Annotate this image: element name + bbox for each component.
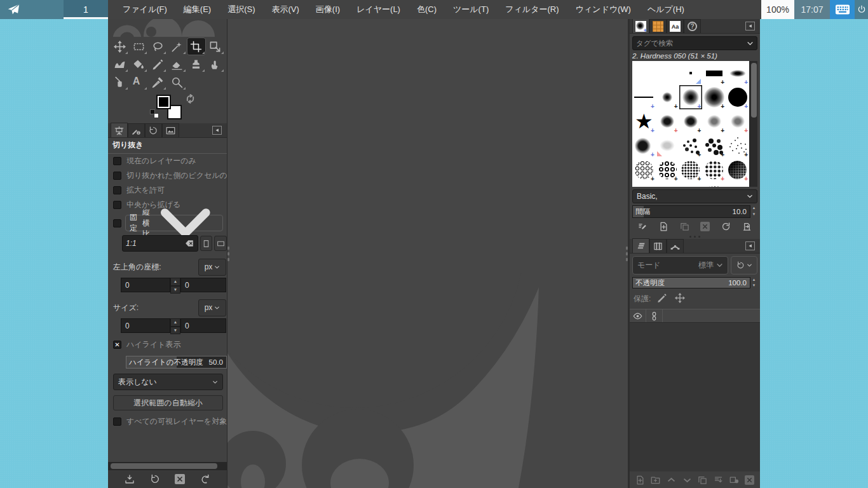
tab-brushes[interactable] [632,19,649,33]
tool-warp-transform[interactable] [110,55,129,73]
layer-opacity-slider[interactable]: 不透明度 100.0 [632,277,750,288]
shrink-merged-checkbox[interactable] [113,417,121,426]
panel-resize-grip[interactable] [227,247,229,261]
guides-dropdown[interactable]: 表示しない [113,374,223,390]
brush-cell-15[interactable]: + [726,109,749,133]
brush-cell-3[interactable] [679,61,703,85]
scrollbar-thumb[interactable] [751,63,757,118]
position-unit-dropdown[interactable]: px [198,259,226,276]
canvas[interactable] [227,19,628,488]
eye-icon[interactable] [633,311,642,321]
menu-item-2[interactable]: 編集(E) [175,4,219,15]
menu-item-6[interactable]: レイヤー(L) [348,4,409,15]
default-colors-icon[interactable] [150,109,159,118]
menu-item-3[interactable]: 選択(S) [219,4,263,15]
brush-search[interactable] [632,36,757,50]
menu-item-8[interactable]: ツール(T) [445,4,497,15]
brush-cell-22[interactable]: + [656,158,679,182]
brush-cell-28[interactable] [679,182,703,187]
reset-options-button[interactable] [198,472,212,486]
lower-layer-button[interactable] [680,473,694,487]
brush-group-dropdown[interactable]: Basic, [632,189,757,203]
brush-cell-14[interactable]: + [702,109,726,133]
position-x-input[interactable]: 0 [121,278,170,292]
tool-free-select[interactable] [148,37,167,55]
tool-bucket-fill[interactable] [129,55,148,73]
brush-cell-12[interactable]: + [656,109,679,133]
raise-layer-button[interactable] [665,473,679,487]
mode-switch-button[interactable] [731,256,757,274]
crop-option-checkbox-2[interactable] [113,172,121,180]
brush-search-input[interactable] [636,39,747,47]
brush-cell-4[interactable]: + [702,61,726,85]
new-layer-group-button[interactable] [649,473,663,487]
refresh-brushes-button[interactable] [719,219,733,233]
layer-mode-dropdown[interactable]: モード 標準 [632,256,728,274]
keyboard-layout-button[interactable] [830,0,855,19]
brush-cell-2[interactable] [656,61,679,85]
opacity-spinner[interactable]: ▲▼ [750,277,757,288]
crop-option-checkbox-3[interactable] [113,186,121,194]
swap-colors-icon[interactable] [186,94,195,104]
chain-icon[interactable] [649,311,659,321]
landscape-orientation-button[interactable] [214,236,227,251]
brush-cell-8-selected[interactable]: + [679,85,703,109]
brush-cell-1[interactable] [632,61,656,85]
menu-item-9[interactable]: フィルター(R) [497,4,567,15]
brushes-dock-menu-button[interactable] [745,22,755,30]
menu-item-4[interactable]: 表示(V) [264,4,308,15]
delete-brush-button[interactable] [698,219,712,233]
tool-paintbrush[interactable] [148,55,167,73]
size-spinner[interactable]: ▲▼ [170,318,180,333]
tool-move[interactable] [110,37,129,55]
layer-list-empty[interactable] [630,323,760,471]
portrait-orientation-button[interactable] [200,236,213,251]
brush-cell-21[interactable]: + [632,158,656,182]
lock-pixels-button[interactable] [657,293,667,305]
brush-cell-16[interactable]: + [632,133,656,158]
tool-rectangle-select[interactable] [129,37,148,55]
power-button[interactable] [855,0,868,19]
brush-cell-20[interactable]: + [726,133,749,158]
lock-position-button[interactable] [675,293,685,305]
menu-item-5[interactable]: 画像(I) [308,4,348,15]
brush-cell-5[interactable]: + [726,61,749,85]
add-layer-mask-button[interactable] [727,473,741,487]
launcher-paper-plane-icon[interactable] [7,3,20,17]
tool-eraser[interactable] [167,55,186,73]
tab-channels[interactable] [649,239,667,253]
brush-cell-27[interactable] [656,182,679,187]
brush-cell-19[interactable]: + [702,133,726,158]
brush-cell-24[interactable]: + [702,158,726,182]
tool-color-picker[interactable] [148,73,167,91]
new-brush-button[interactable] [656,219,670,233]
brush-cell-17[interactable] [656,133,679,158]
position-spinner[interactable]: ▲▼ [170,278,180,292]
clear-input-icon[interactable] [184,239,194,248]
aspect-ratio-input[interactable]: 1:1 [122,235,198,252]
brush-cell-11[interactable]: ★+ [632,109,656,133]
brush-cell-30[interactable]: ♘ [726,182,749,187]
brush-cell-23[interactable]: + [679,158,703,182]
fixed-mode-dropdown[interactable]: 縦横比 [142,207,150,240]
tool-zoom[interactable] [167,73,186,91]
open-brush-as-image-button[interactable] [740,219,754,233]
size-y-input[interactable]: 0 [180,318,226,333]
delete-preset-button[interactable] [173,472,187,486]
tab-paths[interactable] [667,239,684,253]
position-y-input[interactable]: 0 [180,278,226,292]
brush-cell-18[interactable]: + [679,133,703,158]
size-unit-dropdown[interactable]: px [198,299,226,316]
duplicate-brush-button[interactable] [677,219,691,233]
tool-options-scrollbar[interactable] [108,462,227,470]
new-layer-button[interactable] [633,473,647,487]
crop-option-checkbox-4[interactable] [113,201,121,209]
toolbox-dock-menu-button[interactable] [212,126,222,135]
fixed-checkbox[interactable] [113,219,121,227]
brush-cell-10[interactable]: + [726,85,749,109]
restore-preset-button[interactable] [148,472,162,486]
layers-dock-menu-button[interactable] [745,241,755,250]
tab-fonts[interactable]: Aa [667,19,684,33]
tab-document-history[interactable]: ? [684,19,701,33]
panel-resize-grip[interactable] [626,247,628,261]
